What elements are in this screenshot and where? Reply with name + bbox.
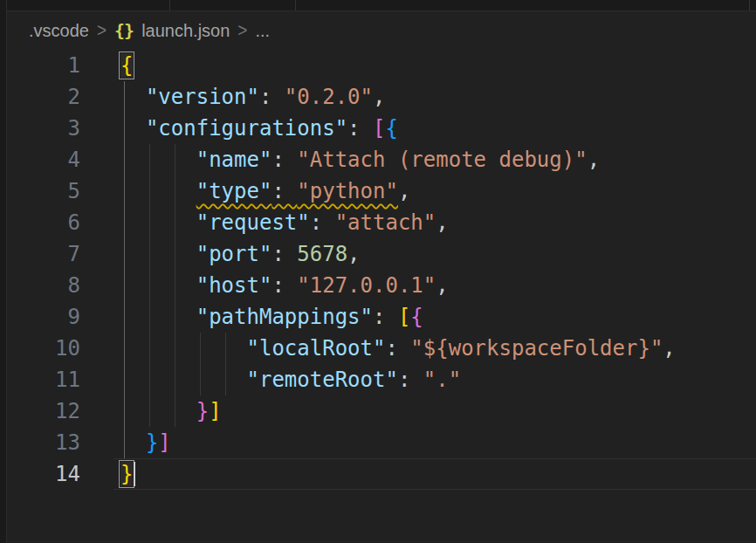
line-number[interactable]: 11 — [7, 364, 80, 395]
bracket-guide — [124, 238, 125, 270]
code-line[interactable]: 3 "configurations": [{ — [7, 113, 756, 144]
code-token: , — [588, 148, 600, 172]
code-token: } — [146, 430, 158, 455]
indent-spaces — [120, 336, 247, 361]
code-line[interactable]: 14} — [7, 458, 756, 490]
code-token: : — [385, 336, 410, 361]
bracket-guide — [124, 175, 125, 207]
code-token: { — [410, 305, 423, 329]
line-number[interactable]: 9 — [7, 301, 80, 333]
line-number[interactable]: 4 — [7, 144, 80, 175]
code-token: [ — [398, 305, 410, 329]
code-token: ] — [209, 399, 221, 423]
code-line[interactable]: 2 "version": "0.2.0", — [7, 81, 756, 113]
code-line[interactable]: 8 "host": "127.0.0.1", — [7, 270, 756, 301]
code-token: : — [398, 368, 423, 392]
code-text: "port": 5678, — [80, 238, 756, 270]
code-token: "port" — [196, 242, 272, 266]
code-token: { — [385, 116, 397, 141]
indent-guide — [175, 175, 175, 207]
code-line[interactable]: 11 "remoteRoot": "." — [7, 364, 756, 395]
line-number[interactable]: 14 — [7, 458, 80, 490]
vscode-editor-window: .vscode > {} launch.json > ... 1{2 "vers… — [0, 0, 756, 543]
code-token: : — [271, 242, 297, 266]
bracket-guide — [124, 270, 125, 301]
code-line[interactable]: 5 "type": "python", — [7, 175, 756, 207]
line-number[interactable]: 5 — [7, 175, 80, 207]
tab-divider — [169, 0, 170, 10]
indent-guide — [149, 175, 150, 207]
indent-guide — [175, 364, 175, 395]
indent-spaces — [120, 210, 196, 235]
chevron-right-icon: > — [237, 19, 247, 41]
code-token: : — [271, 273, 297, 298]
code-token: "version" — [146, 85, 259, 109]
line-number[interactable]: 10 — [7, 333, 80, 364]
code-lines[interactable]: 1{2 "version": "0.2.0",3 "configurations… — [7, 50, 756, 490]
code-token: ] — [158, 430, 170, 455]
indent-spaces — [120, 179, 196, 203]
sidebar-edge — [0, 0, 7, 543]
line-number[interactable]: 13 — [7, 427, 80, 458]
warning-squiggle: "type": "python" — [196, 179, 398, 203]
code-text: "type": "python", — [80, 175, 756, 207]
code-token: "remoteRoot" — [247, 368, 398, 392]
indent-guide — [175, 238, 175, 270]
code-text: } — [80, 458, 756, 490]
indent-guide — [175, 207, 175, 238]
code-line[interactable]: 13 }] — [7, 427, 756, 458]
bracket-guide — [124, 364, 125, 395]
line-number[interactable]: 3 — [7, 113, 80, 144]
code-line[interactable]: 4 "name": "Attach (remote debug)", — [7, 144, 756, 175]
line-number[interactable]: 12 — [7, 395, 80, 427]
line-number[interactable]: 7 — [7, 238, 80, 270]
indent-spaces — [120, 305, 196, 329]
indent-guide — [149, 144, 150, 175]
code-token: : — [347, 116, 373, 141]
line-number[interactable]: 1 — [7, 50, 80, 81]
indent-guide — [200, 364, 201, 395]
code-line[interactable]: 9 "pathMappings": [{ — [7, 301, 756, 333]
code-token: : — [259, 85, 285, 109]
indent-spaces — [120, 399, 196, 423]
indent-guide — [175, 395, 175, 427]
code-line[interactable]: 7 "port": 5678, — [7, 238, 756, 270]
code-token: [ — [373, 116, 385, 141]
breadcrumb-more[interactable]: ... — [255, 21, 270, 41]
tab-bar[interactable] — [7, 0, 756, 11]
indent-guide — [225, 364, 226, 395]
text-cursor — [134, 462, 135, 486]
tab-divider — [749, 0, 750, 10]
code-line[interactable]: 12 }] — [7, 395, 756, 427]
code-token: "localRoot" — [247, 336, 386, 361]
bracket-guide — [124, 207, 125, 238]
code-line[interactable]: 10 "localRoot": "${workspaceFolder}", — [7, 333, 756, 364]
line-number[interactable]: 2 — [7, 81, 80, 113]
indent-guide — [149, 395, 150, 427]
code-token: , — [347, 242, 360, 266]
breadcrumb: .vscode > {} launch.json > ... — [7, 11, 756, 50]
code-token: "type" — [196, 179, 272, 203]
bracket-guide — [124, 113, 125, 144]
breadcrumb-file[interactable]: launch.json — [141, 21, 230, 41]
indent-guide — [175, 144, 175, 175]
code-token: , — [373, 85, 385, 109]
breadcrumb-folder[interactable]: .vscode — [29, 21, 89, 41]
bracket-guide — [124, 81, 125, 113]
indent-guide — [175, 270, 175, 301]
json-file-icon: {} — [114, 20, 134, 41]
code-line[interactable]: 6 "request": "attach", — [7, 207, 756, 238]
line-number[interactable]: 6 — [7, 207, 80, 238]
code-line[interactable]: 1{ — [7, 50, 756, 81]
matched-bracket: } — [120, 462, 133, 486]
tab-divider — [295, 0, 296, 10]
indent-spaces — [120, 368, 247, 392]
bracket-guide — [124, 301, 125, 333]
line-number[interactable]: 8 — [7, 270, 80, 301]
indent-spaces — [120, 148, 196, 172]
matched-bracket: { — [120, 53, 133, 78]
code-token: , — [663, 336, 675, 361]
code-text: "version": "0.2.0", — [80, 81, 756, 113]
code-token: } — [196, 399, 209, 423]
indent-guide — [200, 333, 201, 364]
